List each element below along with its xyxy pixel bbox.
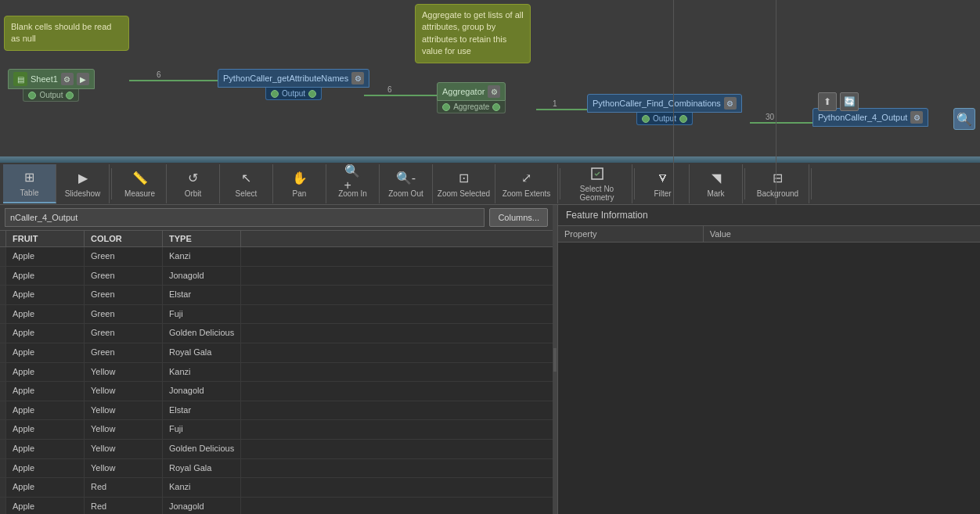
zoom-in-label: Zoom In bbox=[338, 189, 367, 198]
toolbar-select-no-geo-btn[interactable]: Select No Geometry bbox=[562, 164, 632, 203]
toolbar: ⊞ Table ▶ Slideshow 📏 Measure ↺ Orbit ↖ … bbox=[0, 163, 980, 205]
toolbar-measure-btn[interactable]: 📏 Measure bbox=[113, 164, 167, 203]
select-icon: ↖ bbox=[238, 170, 255, 187]
table-cell: Green bbox=[85, 247, 163, 266]
pan-icon: ✋ bbox=[291, 170, 308, 187]
table-row[interactable]: AppleGreenRoyal Gala bbox=[0, 343, 553, 363]
table-cell: Red bbox=[85, 498, 163, 514]
toolbar-zoom-in-btn[interactable]: 🔍+ Zoom In bbox=[326, 164, 380, 203]
toolbar-zoom-selected-btn[interactable]: ⊡ Zoom Selected bbox=[433, 164, 495, 203]
table-row[interactable]: AppleGreenElstar bbox=[0, 286, 553, 305]
table-toolbar: nCaller_4_Output Columns... bbox=[0, 205, 553, 231]
table-dropdown[interactable]: nCaller_4_Output bbox=[5, 208, 485, 227]
canvas-area: 6 6 1 30 Blank cells should be read as n… bbox=[0, 0, 980, 156]
toolbar-sep-3 bbox=[634, 168, 635, 199]
filter-label: Filter bbox=[654, 189, 671, 198]
toolbar-sep-1 bbox=[111, 168, 112, 199]
table-cell: Kanzi bbox=[163, 363, 241, 382]
zoom-selected-icon: ⊡ bbox=[456, 170, 473, 187]
node-sheet1[interactable]: ▤ Sheet1 ⚙ ▶ Output bbox=[8, 69, 95, 102]
python-get-port-label: Output bbox=[282, 89, 305, 98]
tooltip-aggregate-text: Aggregate to get lists of all attributes… bbox=[422, 10, 524, 56]
sheet1-port-dot bbox=[28, 92, 36, 99]
toolbar-sep-5 bbox=[811, 168, 812, 199]
zoom-selected-label: Zoom Selected bbox=[438, 189, 490, 198]
tooltip-blank: Blank cells should be read as null bbox=[4, 16, 129, 51]
table-cell: Green bbox=[85, 267, 163, 286]
node-python-get[interactable]: PythonCaller_getAttributeNames ⚙ Output bbox=[218, 69, 369, 100]
table-row[interactable]: AppleYellowKanzi bbox=[0, 363, 553, 383]
table-row[interactable]: AppleRedJonagold bbox=[0, 498, 553, 514]
toolbar-orbit-btn[interactable]: ↺ Orbit bbox=[167, 164, 220, 203]
aggregator-settings[interactable]: ⚙ bbox=[488, 85, 500, 98]
table-row[interactable]: AppleYellowElstar bbox=[0, 401, 553, 421]
python-get-settings[interactable]: ⚙ bbox=[351, 72, 364, 84]
table-cell: Apple bbox=[6, 324, 85, 343]
columns-button[interactable]: Columns... bbox=[489, 208, 548, 227]
sheet1-label: Sheet1 bbox=[31, 74, 58, 84]
toolbar-zoom-out-btn[interactable]: 🔍- Zoom Out bbox=[380, 164, 433, 203]
python-output-settings[interactable]: ⚙ bbox=[910, 111, 923, 124]
data-table: FRUIT COLOR TYPE AppleGreenKanziAppleGre… bbox=[0, 231, 553, 514]
table-cell: Green bbox=[85, 286, 163, 304]
table-cell: Fuji bbox=[163, 305, 241, 324]
refresh-button[interactable]: 🔄 bbox=[840, 92, 859, 111]
table-row[interactable]: AppleGreenJonagold bbox=[0, 267, 553, 286]
table-cell: Jonagold bbox=[163, 382, 241, 401]
pan-label: Pan bbox=[293, 189, 307, 198]
table-header-row: FRUIT COLOR TYPE bbox=[0, 231, 553, 247]
measure-label: Measure bbox=[124, 189, 155, 198]
toolbar-slideshow-btn[interactable]: ▶ Slideshow bbox=[56, 164, 110, 203]
table-cell: Apple bbox=[6, 267, 85, 286]
feature-info-title-text: Feature Information bbox=[566, 210, 648, 221]
table-row[interactable]: AppleYellowRoyal Gala bbox=[0, 459, 553, 479]
table-cell: Yellow bbox=[85, 382, 163, 401]
sheet1-run[interactable]: ▶ bbox=[77, 73, 89, 85]
table-row[interactable]: AppleYellowGolden Delicious bbox=[0, 440, 553, 459]
table-cell: Royal Gala bbox=[163, 459, 241, 478]
table-cell: Royal Gala bbox=[163, 343, 241, 362]
svg-text:1: 1 bbox=[553, 99, 557, 108]
magnifier-button[interactable]: 🔍 bbox=[953, 108, 975, 130]
table-row[interactable]: AppleYellowFuji bbox=[0, 420, 553, 440]
export-button[interactable]: ⬆ bbox=[818, 92, 837, 111]
table-cell: Golden Delicious bbox=[163, 440, 241, 458]
table-cell: Apple bbox=[6, 401, 85, 420]
table-rows: AppleGreenKanziAppleGreenJonagoldAppleGr… bbox=[0, 247, 553, 514]
toolbar-table-btn[interactable]: ⊞ Table bbox=[3, 164, 56, 203]
toolbar-zoom-extents-btn[interactable]: ⤢ Zoom Extents bbox=[495, 164, 558, 203]
table-row[interactable]: AppleGreenGolden Delicious bbox=[0, 324, 553, 343]
table-row[interactable]: AppleGreenKanzi bbox=[0, 247, 553, 267]
aggregator-port-out bbox=[492, 103, 500, 111]
table-cell: Apple bbox=[6, 420, 85, 439]
table-row[interactable]: AppleGreenFuji bbox=[0, 305, 553, 325]
table-cell: Elstar bbox=[163, 286, 241, 304]
toolbar-sep-2 bbox=[560, 168, 560, 199]
value-col-header: Value bbox=[704, 226, 980, 242]
table-cell: Yellow bbox=[85, 363, 163, 382]
table-cell: Apple bbox=[6, 478, 85, 497]
python-find-port-dot bbox=[642, 115, 650, 123]
aggregator-port-dot bbox=[442, 103, 450, 111]
row-num-header bbox=[0, 231, 6, 246]
table-row[interactable]: AppleYellowJonagold bbox=[0, 382, 553, 401]
aggregator-port-label: Aggregate bbox=[453, 102, 489, 111]
table-cell: Jonagold bbox=[163, 267, 241, 286]
col-fruit-header: FRUIT bbox=[6, 231, 85, 246]
col-color-header: COLOR bbox=[85, 231, 163, 246]
table-cell: Apple bbox=[6, 305, 85, 324]
table-cell: Yellow bbox=[85, 459, 163, 478]
table-row[interactable]: AppleRedKanzi bbox=[0, 478, 553, 498]
table-cell: Green bbox=[85, 343, 163, 362]
toolbar-select-btn[interactable]: ↖ Select bbox=[220, 164, 273, 203]
table-cell: Kanzi bbox=[163, 478, 241, 497]
aggregator-label: Aggregator bbox=[442, 87, 485, 96]
table-cell: Golden Delicious bbox=[163, 324, 241, 343]
table-cell: Red bbox=[85, 478, 163, 497]
node-aggregator[interactable]: Aggregator ⚙ Aggregate bbox=[437, 82, 506, 113]
table-cell: Apple bbox=[6, 286, 85, 304]
zoom-extents-icon: ⤢ bbox=[518, 170, 535, 187]
orbit-icon: ↺ bbox=[185, 170, 202, 187]
sheet1-settings[interactable]: ⚙ bbox=[61, 73, 74, 85]
toolbar-pan-btn[interactable]: ✋ Pan bbox=[273, 164, 326, 203]
